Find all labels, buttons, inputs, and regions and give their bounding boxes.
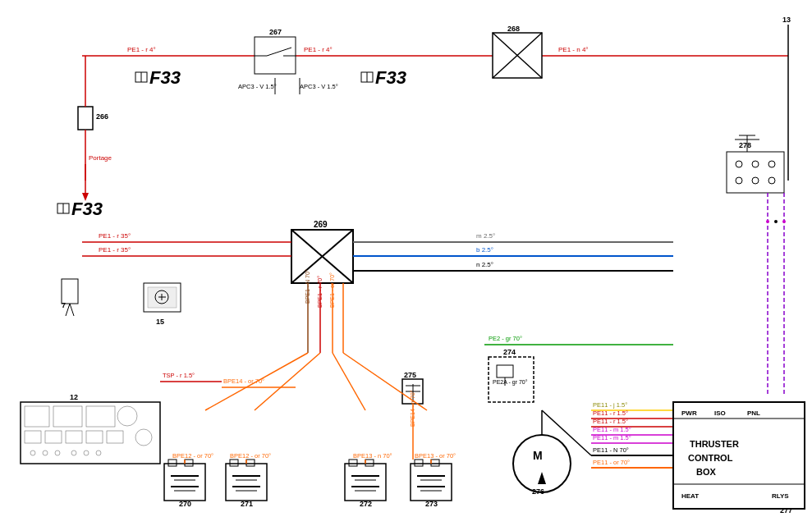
svg-text:PE1 - r 35°: PE1 - r 35° — [99, 246, 131, 254]
svg-text:274: 274 — [503, 348, 516, 356]
svg-text:BPE1 - or 70°: BPE1 - or 70° — [329, 272, 335, 308]
svg-text:PE11 - j 1.5°: PE11 - j 1.5° — [593, 401, 627, 409]
svg-text:Portage: Portage — [89, 154, 112, 162]
svg-text:PE2 - gr 70°: PE2 - gr 70° — [489, 335, 522, 342]
svg-text:HEAT: HEAT — [681, 492, 699, 500]
svg-text:PE11 - or 70°: PE11 - or 70° — [593, 459, 630, 466]
svg-text:277: 277 — [780, 506, 792, 515]
svg-text:275: 275 — [404, 371, 416, 379]
svg-text:b 2.5°: b 2.5° — [476, 246, 493, 254]
svg-text:7: 7 — [62, 301, 66, 309]
svg-text:THRUSTER: THRUSTER — [690, 439, 739, 449]
svg-text:F33: F33 — [71, 199, 103, 219]
svg-text:CONTROL: CONTROL — [688, 453, 733, 463]
svg-text:12: 12 — [70, 393, 78, 401]
svg-text:F33: F33 — [375, 67, 406, 88]
svg-text:PNL: PNL — [747, 409, 760, 417]
svg-text:PE2A - gr 70°: PE2A - gr 70° — [493, 379, 528, 386]
svg-text:m 2.5°: m 2.5° — [476, 232, 495, 240]
svg-point-51 — [766, 220, 769, 223]
svg-text:BPE1 - r 70°: BPE1 - r 70° — [317, 276, 323, 308]
svg-text:APC3 - V 1.5°: APC3 - V 1.5° — [300, 83, 338, 90]
svg-text:ISO: ISO — [714, 409, 726, 417]
svg-text:RLYS: RLYS — [772, 492, 789, 500]
svg-text:PE1 - r 35°: PE1 - r 35° — [99, 232, 131, 240]
svg-text:n 2.5°: n 2.5° — [476, 261, 493, 268]
svg-text:267: 267 — [269, 28, 282, 36]
svg-text:BPE12 - or 70°: BPE12 - or 70° — [172, 452, 213, 460]
svg-text:269: 269 — [314, 220, 328, 229]
svg-text:APC3 - V 1.5°: APC3 - V 1.5° — [238, 83, 277, 90]
svg-text:PE1 - n 4°: PE1 - n 4° — [558, 46, 589, 53]
svg-text:BPE13 - n 70°: BPE13 - n 70° — [353, 452, 392, 460]
svg-text:BPE1 - N 70°: BPE1 - N 70° — [305, 269, 310, 304]
svg-text:PE11 - m 1.5°: PE11 - m 1.5° — [593, 426, 631, 433]
svg-text:PE11 - r 1.5°: PE11 - r 1.5° — [593, 418, 628, 425]
svg-text:F33: F33 — [149, 67, 181, 88]
svg-text:BPE13 - or 70°: BPE13 - or 70° — [415, 452, 456, 460]
svg-text:276: 276 — [532, 487, 544, 496]
svg-text:TSP - r 1.5°: TSP - r 1.5° — [163, 372, 195, 379]
svg-text:PE11 - r 1.5°: PE11 - r 1.5° — [593, 409, 628, 417]
svg-text:13: 13 — [782, 16, 791, 24]
svg-point-53 — [782, 220, 786, 223]
svg-point-52 — [774, 220, 778, 223]
svg-text:BPE14 - n 70°: BPE14 - n 70° — [410, 390, 415, 427]
svg-text:PWR: PWR — [681, 409, 697, 417]
wiring-diagram: PE1 - r 4° PE1 - r 4° PE1 - n 4° 267 268… — [0, 0, 812, 526]
svg-text:266: 266 — [96, 112, 108, 121]
svg-text:PE1 - r 4°: PE1 - r 4° — [304, 46, 333, 53]
svg-text:BOX: BOX — [696, 467, 717, 477]
svg-text:BPE12 - or 70°: BPE12 - or 70° — [230, 452, 271, 460]
svg-text:PE1 - r 4°: PE1 - r 4° — [127, 46, 156, 53]
svg-text:PE11 - N 70°: PE11 - N 70° — [593, 446, 629, 454]
svg-text:268: 268 — [507, 25, 520, 33]
svg-text:PE11 - m 1.5°: PE11 - m 1.5° — [593, 434, 631, 441]
svg-text:M: M — [533, 449, 543, 462]
svg-text:15: 15 — [156, 318, 164, 326]
svg-text:278: 278 — [739, 141, 751, 149]
